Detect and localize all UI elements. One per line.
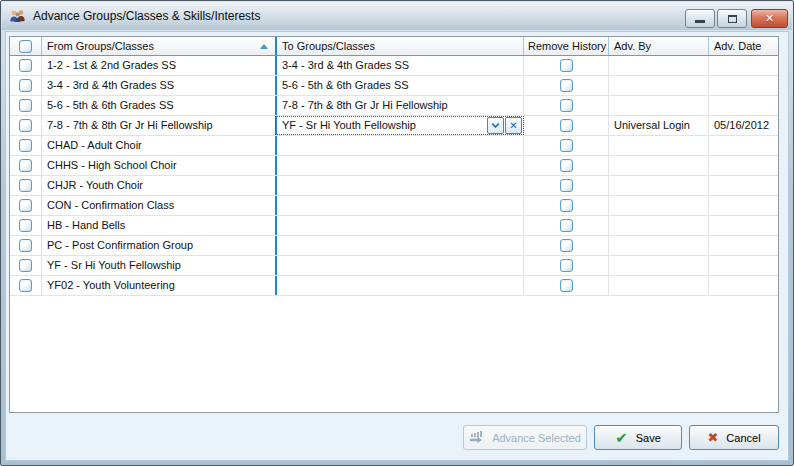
table-row[interactable]: CHHS - High School Choir: [10, 156, 778, 176]
row-checkbox[interactable]: [10, 116, 42, 135]
from-cell[interactable]: CON - Confirmation Class: [42, 196, 275, 215]
row-checkbox[interactable]: [10, 176, 42, 195]
adv-date-cell: [709, 256, 778, 275]
adv-date-cell: 05/16/2012: [709, 116, 778, 135]
advance-selected-button[interactable]: Advance Selected: [463, 425, 587, 450]
checkbox-icon: [19, 59, 32, 72]
from-cell[interactable]: 1-2 - 1st & 2nd Grades SS: [42, 56, 275, 75]
remove-history-checkbox[interactable]: [524, 156, 609, 175]
header-from-groups[interactable]: From Groups/Classes: [42, 37, 275, 55]
checkbox-icon: [560, 259, 573, 272]
adv-by-cell: [609, 196, 709, 215]
checkbox-icon: [560, 59, 573, 72]
remove-history-checkbox[interactable]: [524, 76, 609, 95]
to-cell[interactable]: [275, 216, 524, 235]
adv-date-cell: [709, 236, 778, 255]
row-checkbox[interactable]: [10, 156, 42, 175]
adv-date-cell: [709, 136, 778, 155]
row-checkbox[interactable]: [10, 276, 42, 295]
remove-history-checkbox[interactable]: [524, 96, 609, 115]
check-icon: ✔: [615, 430, 628, 445]
row-checkbox[interactable]: [10, 136, 42, 155]
editor-clear-button[interactable]: ✕: [505, 117, 522, 134]
x-icon: ✕: [509, 121, 517, 131]
row-checkbox[interactable]: [10, 236, 42, 255]
from-cell[interactable]: CHHS - High School Choir: [42, 156, 275, 175]
row-checkbox[interactable]: [10, 76, 42, 95]
remove-history-checkbox[interactable]: [524, 176, 609, 195]
dialog-client-area: From Groups/Classes To Groups/Classes Re…: [5, 31, 789, 461]
checkbox-icon: [560, 279, 573, 292]
to-cell[interactable]: [275, 156, 524, 175]
row-checkbox[interactable]: [10, 96, 42, 115]
remove-history-checkbox[interactable]: [524, 236, 609, 255]
editor-value[interactable]: YF - Sr Hi Youth Fellowship: [282, 117, 486, 134]
table-row[interactable]: 3-4 - 3rd & 4th Grades SS 5-6 - 5th & 6t…: [10, 76, 778, 96]
from-cell[interactable]: YF02 - Youth Volunteering: [42, 276, 275, 295]
adv-by-cell: [609, 96, 709, 115]
from-cell[interactable]: 3-4 - 3rd & 4th Grades SS: [42, 76, 275, 95]
checkbox-icon: [560, 99, 573, 112]
advance-grid: From Groups/Classes To Groups/Classes Re…: [9, 36, 779, 413]
table-row[interactable]: CON - Confirmation Class: [10, 196, 778, 216]
adv-by-cell: [609, 136, 709, 155]
maximize-button[interactable]: [717, 9, 747, 28]
checkbox-icon: [19, 259, 32, 272]
to-cell[interactable]: [275, 236, 524, 255]
row-checkbox[interactable]: [10, 216, 42, 235]
table-row[interactable]: 7-8 - 7th & 8th Gr Jr Hi Fellowship YF -…: [10, 116, 778, 136]
from-cell[interactable]: HB - Hand Bells: [42, 216, 275, 235]
checkbox-icon: [560, 199, 573, 212]
from-cell[interactable]: PC - Post Confirmation Group: [42, 236, 275, 255]
close-button[interactable]: ✕: [751, 9, 788, 28]
remove-history-checkbox[interactable]: [524, 136, 609, 155]
save-button[interactable]: ✔ Save: [594, 425, 682, 450]
to-cell[interactable]: [275, 196, 524, 215]
remove-history-checkbox[interactable]: [524, 196, 609, 215]
title-bar[interactable]: Advance Groups/Classes & Skills/Interest…: [2, 2, 792, 30]
row-checkbox[interactable]: [10, 56, 42, 75]
to-cell-editor[interactable]: YF - Sr Hi Youth Fellowship ✕: [275, 116, 524, 135]
table-row[interactable]: HB - Hand Bells: [10, 216, 778, 236]
checkbox-icon: [19, 79, 32, 92]
table-row[interactable]: CHJR - Youth Choir: [10, 176, 778, 196]
from-cell[interactable]: CHJR - Youth Choir: [42, 176, 275, 195]
from-cell[interactable]: 7-8 - 7th & 8th Gr Jr Hi Fellowship: [42, 116, 275, 135]
from-cell[interactable]: YF - Sr Hi Youth Fellowship: [42, 256, 275, 275]
select-all-checkbox[interactable]: [10, 37, 42, 55]
cancel-button[interactable]: ✖ Cancel: [689, 425, 779, 450]
to-cell[interactable]: 5-6 - 5th & 6th Grades SS: [275, 76, 524, 95]
header-adv-by[interactable]: Adv. By: [609, 37, 709, 55]
table-row[interactable]: 5-6 - 5th & 6th Grades SS 7-8 - 7th & 8t…: [10, 96, 778, 116]
table-row[interactable]: CHAD - Adult Choir: [10, 136, 778, 156]
to-cell[interactable]: [275, 136, 524, 155]
header-to-groups[interactable]: To Groups/Classes: [275, 37, 524, 55]
adv-date-cell: [709, 176, 778, 195]
remove-history-checkbox[interactable]: [524, 116, 609, 135]
minimize-icon: [695, 20, 705, 23]
row-checkbox[interactable]: [10, 196, 42, 215]
remove-history-checkbox[interactable]: [524, 276, 609, 295]
header-remove-history[interactable]: Remove History: [524, 37, 609, 55]
from-cell[interactable]: CHAD - Adult Choir: [42, 136, 275, 155]
header-adv-date[interactable]: Adv. Date: [709, 37, 778, 55]
remove-history-checkbox[interactable]: [524, 56, 609, 75]
to-cell[interactable]: [275, 276, 524, 295]
adv-by-cell: [609, 176, 709, 195]
close-icon: ✕: [765, 13, 774, 24]
editor-dropdown-button[interactable]: [487, 117, 504, 134]
remove-history-checkbox[interactable]: [524, 256, 609, 275]
from-cell[interactable]: 5-6 - 5th & 6th Grades SS: [42, 96, 275, 115]
to-cell[interactable]: 3-4 - 3rd & 4th Grades SS: [275, 56, 524, 75]
table-row[interactable]: YF - Sr Hi Youth Fellowship: [10, 256, 778, 276]
table-row[interactable]: 1-2 - 1st & 2nd Grades SS 3-4 - 3rd & 4t…: [10, 56, 778, 76]
remove-history-checkbox[interactable]: [524, 216, 609, 235]
minimize-button[interactable]: [685, 9, 715, 28]
to-cell[interactable]: [275, 256, 524, 275]
table-row[interactable]: YF02 - Youth Volunteering: [10, 276, 778, 296]
checkbox-icon: [19, 119, 32, 132]
to-cell[interactable]: 7-8 - 7th & 8th Gr Jr Hi Fellowship: [275, 96, 524, 115]
table-row[interactable]: PC - Post Confirmation Group: [10, 236, 778, 256]
row-checkbox[interactable]: [10, 256, 42, 275]
to-cell[interactable]: [275, 176, 524, 195]
